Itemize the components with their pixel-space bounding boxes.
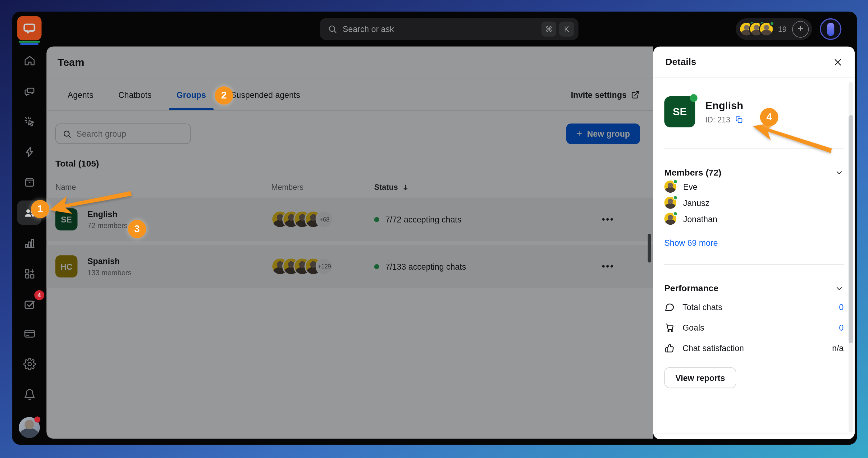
tab-agents[interactable]: Agents	[67, 79, 93, 110]
tab-groups[interactable]: Groups	[177, 79, 206, 110]
sidebar-item-tasks[interactable]: 4	[17, 292, 41, 316]
sidebar-item-home[interactable]	[17, 48, 41, 72]
global-search-input[interactable]: Search or ask ⌘ K	[320, 18, 579, 40]
group-identity: SE English ID: 213	[664, 96, 843, 127]
online-dot	[690, 94, 698, 102]
members-cell: +68	[271, 210, 374, 228]
page-header: Team	[46, 47, 653, 79]
table-header: Name Members Status	[46, 181, 653, 193]
tab-chatbots[interactable]: Chatbots	[118, 79, 152, 110]
chevron-down-icon[interactable]	[835, 169, 844, 177]
sidebar-item-shortcuts[interactable]	[17, 140, 41, 164]
divider	[664, 149, 843, 149]
group-name: English	[88, 209, 272, 218]
online-dot	[770, 21, 775, 26]
profile-notification-dot	[34, 416, 40, 423]
profile-avatar[interactable]	[19, 417, 40, 438]
member-avatar	[282, 210, 300, 228]
desktop-wallpaper: 4 Search or as	[0, 0, 868, 458]
performance-section-header[interactable]: Performance	[664, 284, 843, 294]
tabs-bar: Agents Chatbots Groups Suspended agents …	[46, 79, 653, 111]
member-avatar	[271, 257, 289, 275]
sidebar-item-archives[interactable]	[17, 170, 41, 194]
member-avatar	[293, 210, 311, 228]
search-icon	[62, 129, 71, 138]
logo-layer-green	[19, 41, 40, 42]
column-name[interactable]: Name	[55, 183, 271, 192]
performance-value[interactable]: 0	[839, 302, 844, 311]
chevron-down-icon[interactable]	[835, 284, 844, 293]
member-avatar	[664, 213, 676, 225]
k-key: K	[559, 22, 574, 37]
groups-toolbar: Search group + New group	[46, 111, 653, 144]
livechat-logo[interactable]	[17, 16, 41, 40]
performance-heading: Performance	[664, 284, 718, 294]
group-row-spanish[interactable]: HC Spanish 133 members +129 7/133 accept…	[46, 245, 653, 288]
group-row-english[interactable]: SE English 72 members +68 7/72 accepting…	[46, 197, 653, 241]
settings-gear-icon	[23, 357, 36, 370]
total-count: Total (105)	[46, 144, 653, 169]
row-menu-button[interactable]: •••	[602, 214, 615, 224]
new-group-button[interactable]: + New group	[566, 123, 640, 144]
status-cell: 7/72 accepting chats	[374, 215, 462, 224]
sidebar-item-team[interactable]	[17, 201, 41, 225]
group-avatar: SE	[664, 96, 695, 127]
performance-row-goals: Goals 0	[664, 320, 843, 334]
member-list-item[interactable]: Jonathan	[664, 212, 843, 226]
billing-card-icon	[23, 327, 36, 340]
invite-settings-link[interactable]: Invite settings	[571, 90, 640, 99]
copy-icon[interactable]	[735, 116, 743, 124]
tab-suspended-agents[interactable]: Suspended agents	[231, 79, 300, 110]
close-button[interactable]	[833, 57, 842, 66]
column-status[interactable]: Status	[374, 183, 409, 192]
column-members[interactable]: Members	[271, 183, 374, 192]
sidebar-item-settings[interactable]	[17, 352, 41, 376]
show-more-link[interactable]: Show 69 more	[664, 238, 843, 247]
details-scrollbar-thumb[interactable]	[849, 115, 853, 343]
member-avatar	[282, 257, 300, 275]
sidebar-item-apps[interactable]	[17, 261, 41, 285]
sidebar-item-notifications[interactable]	[17, 382, 41, 406]
chat-bubble-icon	[664, 301, 675, 312]
group-members-sub: 72 members	[88, 221, 272, 230]
online-dot	[374, 264, 379, 269]
details-panel: Details SE English ID: 213	[653, 47, 855, 439]
group-avatar: SE	[55, 208, 78, 230]
external-link-icon	[631, 90, 640, 99]
performance-label: Chat satisfaction	[683, 343, 744, 353]
performance-row-chat-satisfaction: Chat satisfaction n/a	[664, 340, 843, 355]
details-title: Details	[665, 57, 696, 68]
topbar: Search or ask ⌘ K 19 +	[46, 11, 857, 46]
search-group-placeholder: Search group	[76, 129, 126, 138]
online-dot	[673, 212, 678, 216]
sidebar-item-billing[interactable]	[17, 321, 41, 345]
sidebar-item-reports[interactable]	[17, 231, 41, 255]
tasks-badge: 4	[34, 290, 44, 300]
member-list-item[interactable]: Janusz	[664, 195, 843, 210]
group-name: English	[705, 100, 743, 112]
group-name: Spanish	[88, 256, 272, 265]
close-icon	[833, 57, 842, 66]
members-extra-count: +129	[316, 257, 333, 275]
member-avatar	[293, 257, 311, 275]
add-agent-button[interactable]: +	[792, 21, 809, 37]
performance-value: n/a	[832, 343, 843, 353]
members-section-header[interactable]: Members (72)	[664, 168, 843, 178]
view-reports-button[interactable]: View reports	[664, 367, 736, 388]
online-agents-pill[interactable]: 19 +	[736, 18, 812, 40]
global-search-placeholder: Search or ask	[343, 24, 539, 34]
tasks-icon	[23, 298, 36, 310]
performance-value[interactable]: 0	[839, 323, 844, 332]
performance-label: Goals	[683, 323, 704, 332]
member-list-item[interactable]: Eve	[664, 179, 843, 193]
group-identity-text: English ID: 213	[705, 100, 743, 124]
row-menu-button[interactable]: •••	[602, 261, 615, 271]
main-scrollbar-thumb[interactable]	[648, 234, 651, 263]
sidebar-item-automation[interactable]	[17, 109, 41, 133]
sidebar-item-chats[interactable]	[17, 79, 41, 103]
members-extra-count: +68	[316, 210, 333, 228]
logo-layer-blue	[20, 43, 38, 45]
search-group-input[interactable]: Search group	[55, 123, 191, 144]
assistant-button[interactable]	[820, 18, 841, 40]
performance-row-total-chats: Total chats 0	[664, 300, 843, 314]
